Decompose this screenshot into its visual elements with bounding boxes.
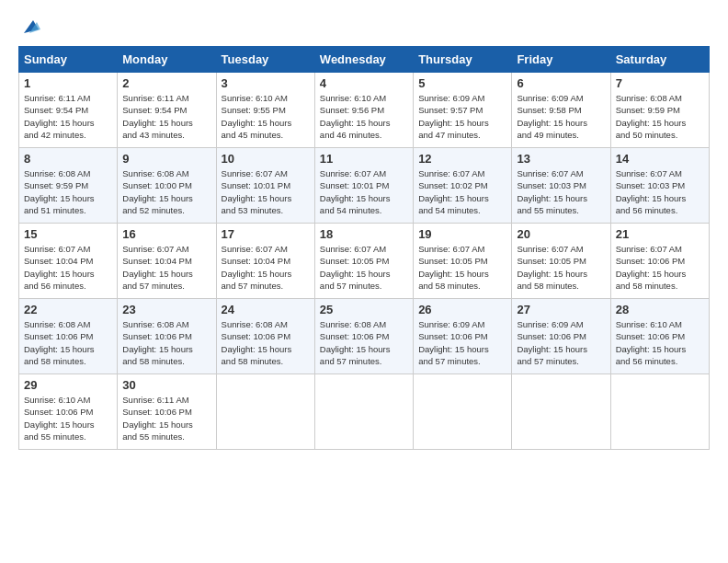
calendar-cell: 9 Sunrise: 6:08 AM Sunset: 10:00 PM Dayl… — [118, 148, 216, 224]
calendar-cell: 6 Sunrise: 6:09 AM Sunset: 9:58 PM Dayli… — [512, 73, 610, 148]
day-number: 24 — [222, 303, 310, 316]
col-header-tuesday: Tuesday — [216, 47, 314, 73]
day-number: 23 — [122, 303, 210, 316]
day-number: 28 — [616, 303, 704, 316]
col-header-thursday: Thursday — [414, 47, 512, 73]
day-info: Sunrise: 6:11 AM Sunset: 10:06 PM Daylig… — [122, 394, 210, 442]
day-number: 1 — [24, 76, 112, 90]
day-info: Sunrise: 6:07 AM Sunset: 10:01 PM Daylig… — [320, 167, 408, 216]
day-number: 7 — [616, 76, 704, 90]
day-number: 4 — [320, 76, 408, 90]
calendar-cell: 1 Sunrise: 6:11 AM Sunset: 9:54 PM Dayli… — [19, 73, 118, 148]
col-header-sunday: Sunday — [19, 47, 118, 73]
day-info: Sunrise: 6:07 AM Sunset: 10:04 PM Daylig… — [122, 243, 210, 292]
calendar-cell: 25 Sunrise: 6:08 AM Sunset: 10:06 PM Day… — [314, 299, 413, 374]
calendar-cell — [512, 374, 610, 450]
day-info: Sunrise: 6:07 AM Sunset: 10:02 PM Daylig… — [418, 167, 506, 216]
day-number: 22 — [24, 303, 112, 316]
day-info: Sunrise: 6:08 AM Sunset: 9:59 PM Dayligh… — [616, 92, 704, 141]
day-number: 21 — [616, 227, 704, 241]
calendar-cell — [314, 374, 413, 450]
calendar-cell: 11 Sunrise: 6:07 AM Sunset: 10:01 PM Day… — [314, 148, 413, 224]
day-number: 12 — [418, 152, 506, 166]
col-header-wednesday: Wednesday — [314, 47, 413, 73]
calendar-cell: 10 Sunrise: 6:07 AM Sunset: 10:01 PM Day… — [216, 148, 314, 224]
day-info: Sunrise: 6:10 AM Sunset: 9:56 PM Dayligh… — [320, 92, 408, 141]
col-header-friday: Friday — [512, 47, 610, 73]
day-info: Sunrise: 6:07 AM Sunset: 10:01 PM Daylig… — [222, 167, 310, 216]
day-info: Sunrise: 6:10 AM Sunset: 10:06 PM Daylig… — [616, 318, 704, 367]
calendar-cell: 3 Sunrise: 6:10 AM Sunset: 9:55 PM Dayli… — [216, 73, 314, 148]
calendar-cell: 18 Sunrise: 6:07 AM Sunset: 10:05 PM Day… — [314, 224, 413, 299]
header — [18, 17, 710, 37]
day-number: 10 — [222, 152, 310, 166]
day-info: Sunrise: 6:07 AM Sunset: 10:03 PM Daylig… — [517, 167, 605, 216]
day-info: Sunrise: 6:07 AM Sunset: 10:05 PM Daylig… — [320, 243, 408, 292]
calendar-cell — [414, 374, 512, 450]
day-number: 25 — [320, 303, 408, 316]
day-info: Sunrise: 6:08 AM Sunset: 10:06 PM Daylig… — [24, 318, 112, 367]
day-info: Sunrise: 6:07 AM Sunset: 10:04 PM Daylig… — [24, 243, 112, 292]
calendar-cell: 28 Sunrise: 6:10 AM Sunset: 10:06 PM Day… — [610, 299, 709, 374]
day-info: Sunrise: 6:07 AM Sunset: 10:05 PM Daylig… — [418, 243, 506, 292]
day-number: 18 — [320, 227, 408, 241]
col-header-saturday: Saturday — [610, 47, 709, 73]
day-number: 29 — [24, 378, 112, 392]
calendar-cell: 27 Sunrise: 6:09 AM Sunset: 10:06 PM Day… — [512, 299, 610, 374]
day-info: Sunrise: 6:10 AM Sunset: 10:06 PM Daylig… — [24, 394, 112, 442]
calendar-cell: 20 Sunrise: 6:07 AM Sunset: 10:05 PM Day… — [512, 224, 610, 299]
calendar-cell — [216, 374, 314, 450]
day-number: 2 — [122, 76, 210, 90]
day-info: Sunrise: 6:08 AM Sunset: 10:06 PM Daylig… — [122, 318, 210, 367]
calendar-cell: 12 Sunrise: 6:07 AM Sunset: 10:02 PM Day… — [414, 148, 512, 224]
calendar-cell: 2 Sunrise: 6:11 AM Sunset: 9:54 PM Dayli… — [118, 73, 216, 148]
calendar-cell: 13 Sunrise: 6:07 AM Sunset: 10:03 PM Day… — [512, 148, 610, 224]
day-number: 6 — [517, 76, 605, 90]
logo-icon — [20, 17, 40, 37]
calendar-week-2: 8 Sunrise: 6:08 AM Sunset: 9:59 PM Dayli… — [19, 148, 710, 224]
day-number: 5 — [418, 76, 506, 90]
col-header-monday: Monday — [118, 47, 216, 73]
calendar-week-3: 15 Sunrise: 6:07 AM Sunset: 10:04 PM Day… — [19, 224, 710, 299]
day-info: Sunrise: 6:11 AM Sunset: 9:54 PM Dayligh… — [122, 92, 210, 141]
day-number: 8 — [24, 152, 112, 166]
day-number: 20 — [517, 227, 605, 241]
day-number: 14 — [616, 152, 704, 166]
day-number: 15 — [24, 227, 112, 241]
day-info: Sunrise: 6:09 AM Sunset: 10:06 PM Daylig… — [418, 318, 506, 367]
day-number: 9 — [122, 152, 210, 166]
calendar-cell: 14 Sunrise: 6:07 AM Sunset: 10:03 PM Day… — [610, 148, 709, 224]
calendar-week-5: 29 Sunrise: 6:10 AM Sunset: 10:06 PM Day… — [19, 374, 710, 450]
day-number: 30 — [122, 378, 210, 392]
day-info: Sunrise: 6:08 AM Sunset: 10:00 PM Daylig… — [122, 167, 210, 216]
calendar-cell: 21 Sunrise: 6:07 AM Sunset: 10:06 PM Day… — [610, 224, 709, 299]
day-info: Sunrise: 6:09 AM Sunset: 9:57 PM Dayligh… — [418, 92, 506, 141]
day-number: 3 — [222, 76, 310, 90]
calendar-cell: 16 Sunrise: 6:07 AM Sunset: 10:04 PM Day… — [118, 224, 216, 299]
calendar-cell: 23 Sunrise: 6:08 AM Sunset: 10:06 PM Day… — [118, 299, 216, 374]
calendar-cell: 8 Sunrise: 6:08 AM Sunset: 9:59 PM Dayli… — [19, 148, 118, 224]
calendar-week-1: 1 Sunrise: 6:11 AM Sunset: 9:54 PM Dayli… — [19, 73, 710, 148]
calendar-table: SundayMondayTuesdayWednesdayThursdayFrid… — [18, 46, 710, 450]
day-info: Sunrise: 6:07 AM Sunset: 10:03 PM Daylig… — [616, 167, 704, 216]
day-number: 27 — [517, 303, 605, 316]
calendar-header-row: SundayMondayTuesdayWednesdayThursdayFrid… — [19, 47, 710, 73]
page: SundayMondayTuesdayWednesdayThursdayFrid… — [0, 0, 728, 563]
day-number: 13 — [517, 152, 605, 166]
day-info: Sunrise: 6:09 AM Sunset: 10:06 PM Daylig… — [517, 318, 605, 367]
logo — [18, 17, 40, 37]
day-info: Sunrise: 6:10 AM Sunset: 9:55 PM Dayligh… — [222, 92, 310, 141]
calendar-cell: 22 Sunrise: 6:08 AM Sunset: 10:06 PM Day… — [19, 299, 118, 374]
day-info: Sunrise: 6:09 AM Sunset: 9:58 PM Dayligh… — [517, 92, 605, 141]
day-info: Sunrise: 6:08 AM Sunset: 10:06 PM Daylig… — [320, 318, 408, 367]
day-number: 19 — [418, 227, 506, 241]
calendar-cell: 5 Sunrise: 6:09 AM Sunset: 9:57 PM Dayli… — [414, 73, 512, 148]
calendar-cell: 26 Sunrise: 6:09 AM Sunset: 10:06 PM Day… — [414, 299, 512, 374]
day-number: 26 — [418, 303, 506, 316]
day-number: 16 — [122, 227, 210, 241]
calendar-cell: 15 Sunrise: 6:07 AM Sunset: 10:04 PM Day… — [19, 224, 118, 299]
day-info: Sunrise: 6:08 AM Sunset: 10:06 PM Daylig… — [222, 318, 310, 367]
day-info: Sunrise: 6:07 AM Sunset: 10:04 PM Daylig… — [222, 243, 310, 292]
calendar-cell: 17 Sunrise: 6:07 AM Sunset: 10:04 PM Day… — [216, 224, 314, 299]
calendar-cell: 29 Sunrise: 6:10 AM Sunset: 10:06 PM Day… — [19, 374, 118, 450]
